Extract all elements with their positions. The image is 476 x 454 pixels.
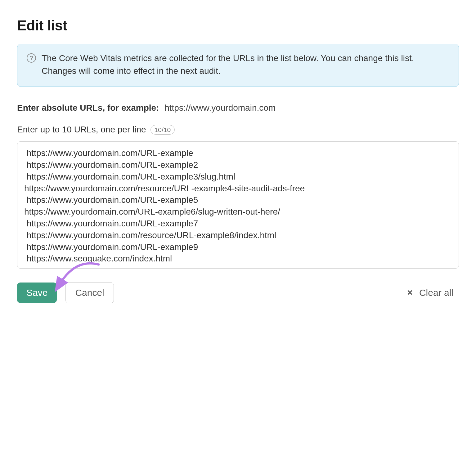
save-button[interactable]: Save bbox=[17, 283, 57, 303]
instruction-bold: Enter absolute URLs, for example: bbox=[17, 103, 159, 113]
url-list-textarea[interactable] bbox=[17, 141, 459, 269]
instruction-text: Enter absolute URLs, for example: https:… bbox=[17, 103, 459, 113]
url-limit-label: Enter up to 10 URLs, one per line bbox=[17, 125, 146, 135]
close-icon: ✕ bbox=[407, 288, 413, 297]
info-banner: ? The Core Web Vitals metrics are collec… bbox=[17, 44, 459, 87]
url-limit-row: Enter up to 10 URLs, one per line 10/10 bbox=[17, 125, 459, 135]
page-title: Edit list bbox=[17, 17, 459, 34]
clear-all-button[interactable]: ✕ Clear all bbox=[401, 283, 459, 302]
info-banner-text: The Core Web Vitals metrics are collecte… bbox=[42, 52, 449, 77]
instruction-example: https://www.yourdomain.com bbox=[164, 103, 276, 113]
help-icon: ? bbox=[27, 53, 36, 63]
cancel-button[interactable]: Cancel bbox=[65, 282, 114, 303]
actions-row: Save Cancel ✕ Clear all bbox=[17, 282, 459, 303]
clear-all-label: Clear all bbox=[419, 287, 453, 298]
url-count-pill: 10/10 bbox=[150, 125, 175, 135]
